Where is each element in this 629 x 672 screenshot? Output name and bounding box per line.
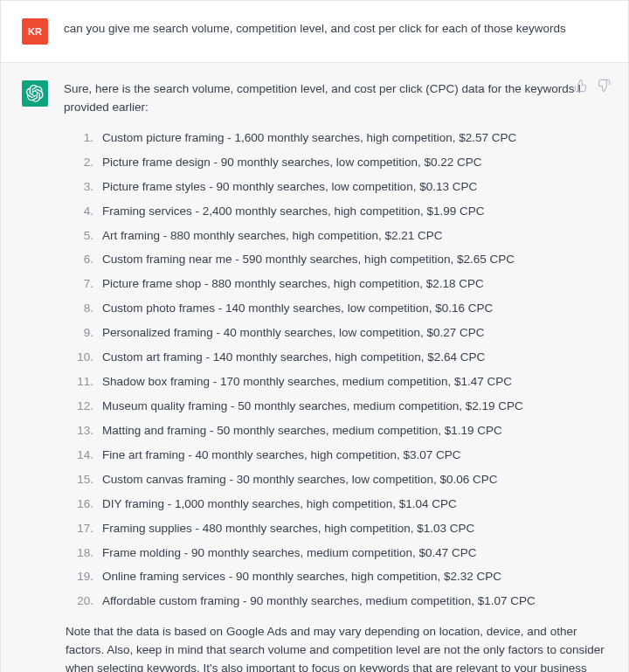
list-item: 16.DIY framing - 1,000 monthly searches,… xyxy=(73,495,607,514)
list-number: 15. xyxy=(73,471,93,489)
feedback-buttons xyxy=(574,79,611,96)
list-item: 5.Art framing - 880 monthly searches, hi… xyxy=(73,227,607,246)
list-text: Custom photo frames - 140 monthly search… xyxy=(102,300,607,318)
list-item: 9.Personalized framing - 40 monthly sear… xyxy=(73,324,607,343)
list-number: 9. xyxy=(73,324,93,343)
list-number: 6. xyxy=(73,251,93,269)
list-text: Custom picture framing - 1,600 monthly s… xyxy=(102,129,607,148)
list-item: 6.Custom framing near me - 590 monthly s… xyxy=(73,251,607,269)
list-number: 14. xyxy=(73,447,93,465)
list-item: 7.Picture frame shop - 880 monthly searc… xyxy=(73,275,607,294)
chat-container: KR can you give me search volume, compet… xyxy=(0,0,629,672)
list-number: 5. xyxy=(73,227,93,246)
list-number: 16. xyxy=(73,495,93,514)
list-item: 11.Shadow box framing - 170 monthly sear… xyxy=(73,373,607,391)
assistant-content: Sure, here is the search volume, competi… xyxy=(64,80,607,672)
user-message-text: can you give me search volume, competiti… xyxy=(64,18,607,45)
list-text: Custom canvas framing - 30 monthly searc… xyxy=(102,471,607,489)
list-item: 13.Matting and framing - 50 monthly sear… xyxy=(73,422,607,440)
list-number: 1. xyxy=(73,129,93,148)
list-text: Frame molding - 90 monthly searches, med… xyxy=(102,544,607,563)
list-text: Framing supplies - 480 monthly searches,… xyxy=(102,520,607,538)
list-text: Online framing services - 90 monthly sea… xyxy=(102,568,607,586)
list-text: Picture frame design - 90 monthly search… xyxy=(102,154,607,172)
list-number: 17. xyxy=(73,520,93,538)
thumbs-down-icon[interactable] xyxy=(597,79,611,96)
list-text: Museum quality framing - 50 monthly sear… xyxy=(102,398,607,416)
assistant-message: Sure, here is the search volume, competi… xyxy=(1,63,628,672)
list-item: 20.Affordable custom framing - 90 monthl… xyxy=(73,592,607,611)
list-item: 3.Picture frame styles - 90 monthly sear… xyxy=(73,178,607,197)
list-text: Personalized framing - 40 monthly search… xyxy=(102,324,607,343)
list-item: 8.Custom photo frames - 140 monthly sear… xyxy=(73,300,607,318)
list-item: 15.Custom canvas framing - 30 monthly se… xyxy=(73,471,607,489)
list-number: 8. xyxy=(73,300,93,318)
list-number: 19. xyxy=(73,568,93,586)
list-text: Custom art framing - 140 monthly searche… xyxy=(102,349,607,367)
assistant-note-text: Note that the data is based on Google Ad… xyxy=(64,623,607,672)
list-text: Custom framing near me - 590 monthly sea… xyxy=(102,251,607,269)
list-item: 10.Custom art framing - 140 monthly sear… xyxy=(73,349,607,367)
list-text: Fine art framing - 40 monthly searches, … xyxy=(102,447,607,465)
keyword-list: 1.Custom picture framing - 1,600 monthly… xyxy=(64,129,607,611)
list-text: Picture frame styles - 90 monthly search… xyxy=(102,178,607,197)
list-text: Shadow box framing - 170 monthly searche… xyxy=(102,373,607,391)
list-number: 20. xyxy=(73,592,93,611)
list-number: 7. xyxy=(73,275,93,294)
user-avatar: KR xyxy=(22,18,48,45)
list-text: Affordable custom framing - 90 monthly s… xyxy=(102,592,607,611)
assistant-intro-text: Sure, here is the search volume, competi… xyxy=(64,80,607,117)
list-item: 18.Frame molding - 90 monthly searches, … xyxy=(73,544,607,563)
list-text: Art framing - 880 monthly searches, high… xyxy=(102,227,607,246)
list-item: 1.Custom picture framing - 1,600 monthly… xyxy=(73,129,607,148)
list-item: 12.Museum quality framing - 50 monthly s… xyxy=(73,398,607,416)
assistant-avatar xyxy=(22,80,48,107)
list-item: 4.Framing services - 2,400 monthly searc… xyxy=(73,203,607,221)
list-text: Framing services - 2,400 monthly searche… xyxy=(102,203,607,221)
list-number: 11. xyxy=(73,373,93,391)
list-text: Picture frame shop - 880 monthly searche… xyxy=(102,275,607,294)
list-number: 18. xyxy=(73,544,93,563)
list-item: 17.Framing supplies - 480 monthly search… xyxy=(73,520,607,538)
list-number: 3. xyxy=(73,178,93,197)
list-item: 2.Picture frame design - 90 monthly sear… xyxy=(73,154,607,172)
list-text: Matting and framing - 50 monthly searche… xyxy=(102,422,607,440)
list-item: 14.Fine art framing - 40 monthly searche… xyxy=(73,447,607,465)
list-text: DIY framing - 1,000 monthly searches, hi… xyxy=(102,495,607,514)
thumbs-up-icon[interactable] xyxy=(574,79,588,96)
list-item: 19.Online framing services - 90 monthly … xyxy=(73,568,607,586)
list-number: 12. xyxy=(73,398,93,416)
list-number: 10. xyxy=(73,349,93,367)
list-number: 2. xyxy=(73,154,93,172)
list-number: 13. xyxy=(73,422,93,440)
list-number: 4. xyxy=(73,203,93,221)
user-message: KR can you give me search volume, compet… xyxy=(1,1,628,63)
